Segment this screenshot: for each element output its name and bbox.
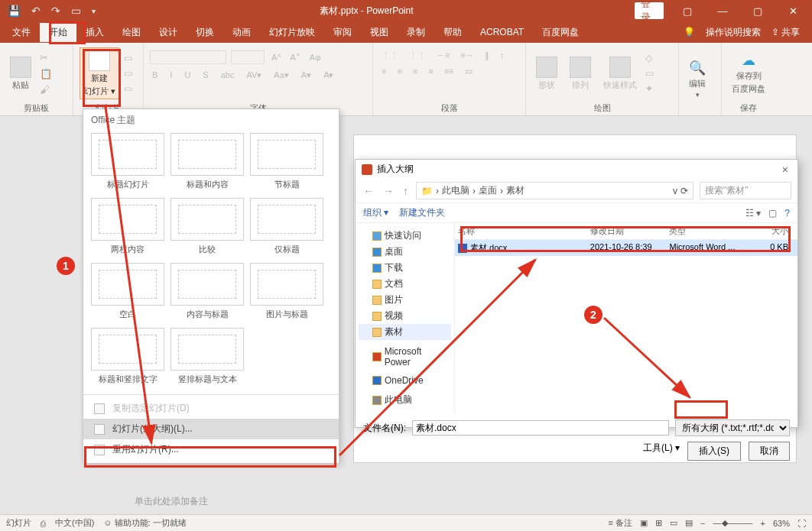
nav-forward-icon[interactable]: → [382, 185, 395, 197]
insert-outline-dialog: 插入大纲 × ← → ↑ 📁 ›此电脑 ›桌面 ›素材 v⟳ 搜索"素材" 组织… [355, 159, 798, 428]
close-icon[interactable]: ✕ [778, 2, 807, 19]
folder-icon [372, 328, 382, 337]
tab-animation[interactable]: 动画 [223, 23, 260, 42]
layout-section-header[interactable]: 节标题 [250, 133, 323, 195]
tab-design[interactable]: 设计 [150, 23, 187, 42]
arrange-button[interactable]: 排列 [566, 54, 595, 93]
tree-quick-access[interactable]: 快速访问 [359, 228, 451, 244]
layout-title-vertical[interactable]: 标题和竖排文字 [91, 328, 164, 390]
organize-button[interactable]: 组织 ▾ [363, 206, 388, 219]
tools-button[interactable]: 工具(L) ▾ [643, 442, 680, 461]
tab-view[interactable]: 视图 [361, 23, 398, 42]
layout-picture-caption[interactable]: 图片与标题 [250, 263, 323, 325]
tree-sucai[interactable]: 素材 [359, 324, 451, 340]
documents-icon [372, 280, 382, 289]
menu-slides-from-outline[interactable]: 幻灯片(从大纲)(L)... [83, 419, 339, 439]
arrange-icon [570, 57, 591, 78]
shapes-button[interactable]: 形状 [532, 54, 561, 93]
tab-acrobat[interactable]: ACROBAT [471, 24, 533, 40]
qat-more-icon[interactable]: ▾ [92, 7, 96, 15]
help-icon[interactable]: ? [784, 208, 790, 219]
login-button[interactable]: 登录 [635, 2, 664, 19]
fit-icon[interactable]: ⛶ [797, 519, 806, 528]
menu-reuse-slides[interactable]: 重用幻灯片(R)... [83, 439, 339, 460]
tab-home[interactable]: 开始 [40, 23, 76, 42]
cancel-button[interactable]: 取消 [749, 442, 790, 461]
view-sorter-icon[interactable]: ⊞ [655, 518, 662, 528]
layout-content-caption[interactable]: 内容与标题 [171, 263, 244, 325]
view-slideshow-icon[interactable]: ▤ [685, 518, 693, 528]
find-icon: 🔍 [689, 60, 706, 76]
menu-duplicate-slide[interactable]: 复制选定幻灯片(D) [83, 398, 339, 419]
insert-button[interactable]: 插入(S) [687, 442, 741, 461]
paste-button[interactable]: 粘贴 [6, 54, 35, 93]
slideshow-icon[interactable]: ▭ [71, 5, 81, 17]
refresh-icon[interactable]: ⟳ [680, 186, 688, 196]
filename-input[interactable] [412, 420, 669, 435]
tab-review[interactable]: 审阅 [324, 23, 361, 42]
tab-slideshow[interactable]: 幻灯片放映 [260, 23, 324, 42]
tree-onedrive[interactable]: OneDrive [359, 374, 451, 387]
status-lang[interactable]: 中文(中国) [55, 517, 94, 529]
layout-vertical-title-text[interactable]: 竖排标题与文本 [171, 328, 244, 390]
powerpoint-icon [362, 164, 372, 175]
tree-desktop[interactable]: 桌面 [359, 244, 451, 260]
layout-title-slide[interactable]: 标题幻灯片 [91, 133, 164, 195]
tab-file[interactable]: 文件 [3, 23, 40, 42]
tab-help[interactable]: 帮助 [434, 23, 471, 42]
undo-icon[interactable]: ↶ [31, 5, 41, 17]
tab-record[interactable]: 录制 [398, 23, 434, 42]
layout-title-content[interactable]: 标题和内容 [171, 133, 244, 195]
status-notes[interactable]: ≡ 备注 [609, 517, 632, 529]
tree-downloads[interactable]: 下载 [359, 260, 451, 276]
file-row[interactable]: 素材.docx 2021-10-26 8:39Microsoft Word ..… [455, 240, 797, 256]
new-slide-button[interactable]: 新建幻灯片 ▾ [80, 47, 119, 99]
tree-documents[interactable]: 文档 [359, 276, 451, 292]
layout-blank[interactable]: 空白 [91, 263, 164, 325]
tab-insert[interactable]: 插入 [76, 23, 113, 42]
para-row1: ⋮⋮⋮⋮←≡≡→‖↕ [379, 50, 506, 60]
zoom-in-icon[interactable]: + [761, 519, 765, 528]
status-accessibility[interactable]: ☺ 辅助功能: 一切就绪 [103, 517, 186, 529]
videos-icon [372, 312, 382, 321]
tab-baidu[interactable]: 百度网盘 [533, 23, 588, 42]
zoom-out-icon[interactable]: − [700, 519, 705, 528]
maximize-icon[interactable]: ▢ [743, 2, 772, 19]
tell-me[interactable]: 操作说明搜索 [706, 26, 761, 39]
notes-placeholder[interactable]: 单击此处添加备注 [135, 495, 208, 508]
view-reading-icon[interactable]: ▭ [670, 518, 677, 528]
layout-title-only[interactable]: 仅标题 [250, 198, 323, 260]
status-spellcheck-icon[interactable]: ⎙ [41, 519, 46, 528]
breadcrumb[interactable]: 📁 ›此电脑 ›桌面 ›素材 v⟳ [416, 182, 693, 199]
dialog-close-icon[interactable]: × [779, 164, 791, 176]
tree-thispc[interactable]: 此电脑 [359, 392, 451, 408]
quickstyle-button[interactable]: 快速样式 [599, 54, 641, 93]
layout-comparison[interactable]: 比较 [171, 198, 244, 260]
search-input[interactable]: 搜索"素材" [700, 182, 791, 199]
save-icon[interactable]: 💾 [8, 5, 21, 17]
nav-up-icon[interactable]: ↑ [401, 185, 410, 197]
share-button[interactable]: ⇪ 共享 [771, 26, 800, 39]
zoom-value[interactable]: 63% [773, 519, 790, 528]
status-slide[interactable]: 幻灯片 [6, 517, 31, 529]
editing-button[interactable]: 🔍编辑▾ [685, 57, 710, 101]
new-folder-button[interactable]: 新建文件夹 [399, 206, 445, 219]
tree-mspp[interactable]: Microsoft Power [359, 345, 451, 369]
nav-back-icon[interactable]: ← [362, 185, 375, 197]
layout-two-content[interactable]: 两栏内容 [91, 198, 164, 260]
filetype-select[interactable]: 所有大纲 (*.txt;*.rtf;*.docm;*.d [675, 419, 790, 436]
preview-icon[interactable]: ▢ [768, 208, 777, 219]
zoom-slider[interactable]: —◆——— [713, 518, 753, 528]
minimize-icon[interactable]: — [708, 2, 737, 19]
redo-icon[interactable]: ↷ [51, 5, 60, 17]
save-baidu-button[interactable]: ☁保存到百度网盘 [728, 50, 769, 97]
view-normal-icon[interactable]: ▣ [640, 518, 648, 528]
ribbon-display-icon[interactable]: ▢ [673, 2, 702, 19]
tree-videos[interactable]: 视频 [359, 308, 451, 324]
file-list-header[interactable]: 名称修改日期类型大小 [455, 223, 797, 240]
tab-transition[interactable]: 切换 [187, 23, 223, 42]
view-icon[interactable]: ☷ ▾ [745, 208, 761, 219]
tab-draw[interactable]: 绘图 [113, 23, 150, 42]
folder-icon: 📁 [421, 186, 433, 196]
tree-pictures[interactable]: 图片 [359, 292, 451, 308]
